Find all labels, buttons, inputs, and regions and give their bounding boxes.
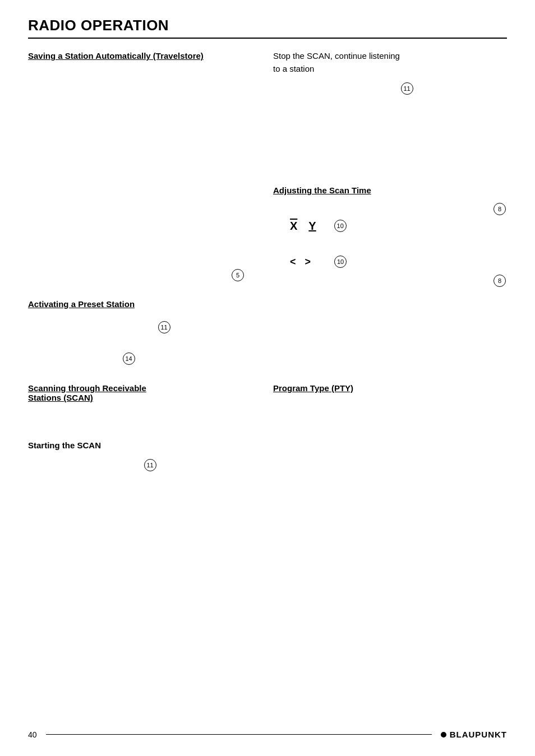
top-divider [28,38,507,39]
circled-8-bottom-row: 8 [273,273,507,288]
xy-symbols-row: X Y 10 [273,219,507,233]
section-stop-scan: Stop the SCAN, continue listening to a s… [268,51,507,180]
circled-8b: 8 [494,275,506,287]
circled-11b: 11 [158,321,170,333]
right-arrow: > [305,256,311,268]
circled-5: 5 [232,269,244,281]
scanning-heading: Scanning through Receivable Stations (SC… [28,383,256,402]
section-starting: Starting the SCAN 11 [28,407,268,472]
scanning-heading-line2: Stations (SCAN) [28,393,93,402]
spacer-adjust [273,238,507,254]
adjusting-heading: Adjusting the Scan Time [273,185,507,195]
section-adjusting: Adjusting the Scan Time 8 X Y 10 < > 10 … [268,180,507,288]
footer-page-number: 40 [28,730,37,739]
x-bar-symbol: X [290,220,297,233]
stop-scan-line1: Stop the SCAN, continue listening [273,51,507,61]
circled-11b-row: 11 [28,320,256,335]
starting-scan-text: Starting the SCAN [28,440,256,450]
main-content: Saving a Station Automatically (Travelst… [28,51,507,472]
right-empty-preset [268,288,507,378]
footer-divider [46,734,432,735]
circled-8-top-row: 8 [273,202,507,216]
right-empty-starting [268,407,507,472]
circled-10a: 10 [334,220,347,232]
footer: 40 BLAUPUNKT [28,730,507,739]
left-arrow: < [290,256,296,268]
circled-11-stop: 11 [307,81,507,96]
circled-10b: 10 [334,256,347,268]
y-underline-symbol: Y [308,220,316,233]
nav-arrows-row: < > 10 [273,254,507,269]
saving-heading: Saving a Station Automatically (Travelst… [28,51,256,61]
saving-circled-row: 5 [28,180,268,288]
footer-brand: BLAUPUNKT [441,730,507,739]
scanning-heading-line1: Scanning through Receivable [28,383,146,393]
circled-5-container: 5 [230,268,245,282]
preset-heading: Activating a Preset Station [28,299,256,309]
page-container: RADIO OPERATION Saving a Station Automat… [0,0,535,756]
section-preset: Activating a Preset Station 11 14 [28,288,268,378]
section-scanning: Scanning through Receivable Stations (SC… [28,378,268,407]
circled-11c: 11 [144,459,156,471]
pty-heading: Program Type (PTY) [273,383,507,393]
section-pty: Program Type (PTY) [268,378,507,407]
circled-11c-row: 11 [28,458,256,472]
circled-11a: 11 [401,82,413,95]
circled-8a: 8 [494,203,506,215]
circled-14: 14 [123,353,135,365]
stop-scan-line2: to a station [273,64,507,73]
brand-dot-icon [441,732,446,738]
section-saving: Saving a Station Automatically (Travelst… [28,51,268,180]
circled-14-row: 14 [28,351,256,366]
page-title: RADIO OPERATION [28,17,507,34]
brand-name: BLAUPUNKT [450,730,507,739]
